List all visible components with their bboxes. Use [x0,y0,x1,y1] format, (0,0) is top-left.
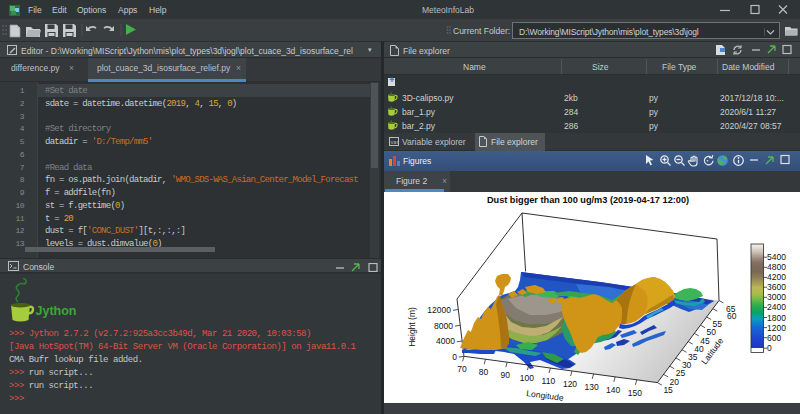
svg-text:65: 65 [726,304,736,314]
svg-text:4200: 4200 [767,272,786,282]
svg-text:3600: 3600 [767,282,786,292]
svg-text:5400: 5400 [767,252,786,262]
svg-text:140: 140 [606,385,620,395]
svg-text:3000: 3000 [767,292,786,302]
svg-text:0: 0 [452,352,457,362]
svg-text:80: 80 [479,367,489,377]
svg-text:Dust bigger than 100 ug/m3 (20: Dust bigger than 100 ug/m3 (2019-04-17 1… [487,195,689,205]
svg-text:8000: 8000 [434,321,453,331]
svg-text:130: 130 [585,382,599,392]
svg-text:120: 120 [563,379,577,389]
svg-text:1800: 1800 [767,313,786,323]
svg-text:70: 70 [457,364,467,374]
svg-text:1200: 1200 [767,323,786,333]
svg-text:110: 110 [542,376,556,386]
svg-text:55: 55 [713,319,723,329]
svg-text:2400: 2400 [767,302,786,312]
svg-text:90: 90 [500,370,510,380]
svg-text:600: 600 [767,333,781,343]
svg-text:Height (m): Height (m) [407,307,417,347]
svg-text:100: 100 [520,373,534,383]
svg-text:12000: 12000 [427,305,451,315]
svg-text:var: var [391,140,400,146]
svg-text:4800: 4800 [767,262,786,272]
svg-text:150: 150 [628,388,642,398]
svg-text:4000: 4000 [436,336,455,346]
svg-text:Jython: Jython [36,304,77,318]
svg-text:0: 0 [767,343,772,353]
